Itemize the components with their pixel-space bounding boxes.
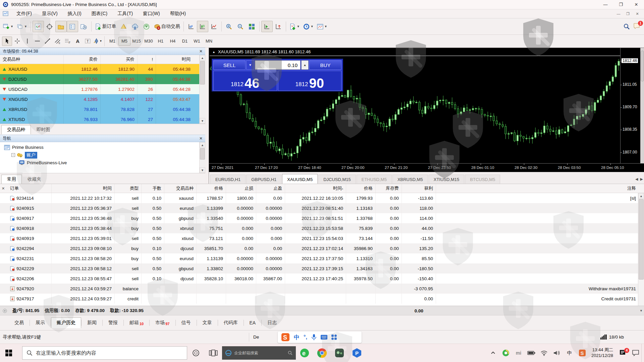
history-center-button[interactable] xyxy=(55,21,67,32)
tab-交易品种[interactable]: 交易品种 xyxy=(1,125,31,134)
scroll-down-icon[interactable]: ▼ xyxy=(640,309,643,312)
microphone[interactable] xyxy=(311,334,317,341)
templates-button[interactable]: ▼ xyxy=(315,21,329,32)
chart-collapse-icon[interactable]: ▲ xyxy=(212,50,215,54)
chrome-button[interactable] xyxy=(313,344,331,362)
volume-dropdown-icon[interactable]: ▼ xyxy=(246,60,254,70)
tile-windows-button[interactable] xyxy=(246,21,258,32)
menu-item[interactable]: 显示(V) xyxy=(37,9,63,18)
tree-expander-icon[interactable]: − xyxy=(11,153,15,157)
data-window-button[interactable] xyxy=(44,21,55,32)
menu-item[interactable]: 窗口(W) xyxy=(138,9,165,18)
market-watch-row[interactable]: XBRUSD78.80178.8282705:44:38 xyxy=(0,104,199,114)
scroll-up-icon[interactable]: ▲ xyxy=(200,55,205,61)
navigator-item-Prime Business[interactable]: Prime Business xyxy=(0,143,199,151)
pyramid-button[interactable] xyxy=(118,21,129,32)
chart-tab-XTIUSD,M15[interactable]: XTIUSD,M15 xyxy=(429,175,465,184)
browser-360-button[interactable]: e xyxy=(296,344,313,362)
trading-app-button[interactable]: P xyxy=(348,344,366,362)
strategy-tester-button[interactable] xyxy=(78,21,90,32)
horizontal-line-tool[interactable] xyxy=(32,37,42,46)
order-row-9242231[interactable]: 92422312021.12.23 08:58:20buy0.50eurusd1… xyxy=(0,253,644,263)
chart-tab-ETHUSD,M5[interactable]: ETHUSD,M5 xyxy=(357,175,392,184)
child-minimize-button[interactable]: — xyxy=(614,10,623,17)
sell-price-tile[interactable]: 1812 46 xyxy=(213,71,277,91)
navigator-close-icon[interactable]: ✕ xyxy=(199,136,203,141)
tab-收藏夹[interactable]: 收藏夹 xyxy=(22,175,47,184)
scrollbar-thumb[interactable] xyxy=(200,148,205,160)
input-zh-icon[interactable]: 中 xyxy=(564,344,575,362)
terminal-tab-邮箱[interactable]: 邮箱10 xyxy=(124,317,149,328)
keyboard[interactable] xyxy=(321,335,327,340)
navigator-item-账户[interactable]: −$账户 xyxy=(0,151,199,159)
equidistant-channel-tool[interactable]: E xyxy=(52,37,62,46)
input-mode[interactable]: 中 xyxy=(294,334,300,341)
text-tool[interactable]: A xyxy=(72,37,83,46)
terminal-tab-日志[interactable]: 日志 xyxy=(262,317,282,328)
scroll-up-icon[interactable]: ▲ xyxy=(638,193,644,199)
sogou-input-bar[interactable]: S中°, xyxy=(278,331,362,343)
dropdown-arrow-icon[interactable]: ▼ xyxy=(297,25,300,28)
order-row-9242294[interactable]: 92422942021.12.23 09:08:10buy0.10djcusd3… xyxy=(0,243,644,253)
search-icon[interactable] xyxy=(623,23,630,30)
market-watch-close-icon[interactable]: ✕ xyxy=(199,49,203,54)
orders-scrollbar[interactable]: ▲ xyxy=(638,193,644,306)
sogou-icon[interactable]: S xyxy=(577,344,588,362)
minimize-button[interactable]: — xyxy=(598,0,613,9)
bar-chart-button[interactable] xyxy=(185,21,197,32)
order-row-9247920[interactable]: 92479202021.12.24 03:59:27balance-3 070.… xyxy=(0,284,644,294)
volume-spinner[interactable]: ▲ xyxy=(301,60,309,70)
menu-item[interactable]: 工具(T) xyxy=(112,9,138,18)
order-row-9240918[interactable]: 92409182021.12.23 05:38:44buy0.50xbrusd7… xyxy=(0,223,644,233)
navigator-item-PrimeBusiness-Live[interactable]: PrimeBusiness-Live xyxy=(0,159,199,167)
chart-tab-EURUSD,H1[interactable]: EURUSD,H1 xyxy=(210,175,246,184)
terminal-tab-代码库[interactable]: 代码库 xyxy=(218,317,244,328)
dropdown-arrow-icon[interactable]: ▼ xyxy=(311,25,314,28)
timeframe-W1[interactable]: W1 xyxy=(191,37,203,46)
taskbar-clock[interactable]: 13:44 周二 2021/12/28 xyxy=(588,347,616,359)
buy-price-tile[interactable]: 1812 90 xyxy=(278,71,342,91)
market-watch-row[interactable]: DJCUSD36277.5036281.4039005:44:38 xyxy=(0,74,199,84)
timeframe-M5[interactable]: M5 xyxy=(118,37,130,46)
order-row-9240919[interactable]: 92409192021.12.23 05:39:01sell0.50xtiusd… xyxy=(0,233,644,243)
chevron-up-icon[interactable] xyxy=(487,344,499,362)
dropdown-arrow-icon[interactable]: ▼ xyxy=(10,25,13,28)
xiaomi-icon[interactable]: mi xyxy=(513,344,524,362)
new-chart-button[interactable]: ▼ xyxy=(1,21,15,32)
restore-button[interactable]: ❐ xyxy=(613,0,629,9)
order-row-9247917[interactable]: 92479172021.12.24 03:59:27credit0.00Cred… xyxy=(0,294,644,304)
safety-360-icon[interactable] xyxy=(500,344,512,362)
timeframe-H1[interactable]: H1 xyxy=(155,37,167,46)
terminal-tab-文章[interactable]: 文章 xyxy=(197,317,218,328)
new-order-button[interactable]: 新订单 xyxy=(93,21,118,32)
order-row-9242206[interactable]: 92422062021.12.23 08:55:47sell0.10djcusd… xyxy=(0,274,644,284)
terminal-tab-展示[interactable]: 展示 xyxy=(30,317,51,328)
menu-item[interactable]: 图表(C) xyxy=(87,9,112,18)
start-button[interactable] xyxy=(0,344,17,362)
child-restore-button[interactable]: ❐ xyxy=(623,10,633,17)
menu-item[interactable]: 帮助(H) xyxy=(165,9,191,18)
contact-bubble-icon[interactable] xyxy=(630,344,641,362)
candle-chart-button[interactable] xyxy=(197,21,208,32)
indicators-button[interactable]: ▼ xyxy=(288,21,302,32)
dropdown-arrow-icon[interactable]: ▼ xyxy=(324,25,327,28)
child-close-button[interactable]: ✕ xyxy=(633,10,642,17)
chat-button[interactable]: 1 xyxy=(633,23,641,31)
buy-button[interactable]: BUY xyxy=(309,60,341,70)
tab-常用[interactable]: 常用 xyxy=(1,175,22,184)
signals-button[interactable] xyxy=(141,21,152,32)
tabs-scroll-left-icon[interactable]: ◀ xyxy=(635,177,638,181)
order-row-9234114[interactable]: 92341142021.12.22 10:17:32sell0.10xauusd… xyxy=(0,193,644,203)
order-row-9240915[interactable]: 92409152021.12.23 05:36:37sell0.50eurusd… xyxy=(0,203,644,213)
timeframe-M30[interactable]: M30 xyxy=(143,37,155,46)
trend-line-tool[interactable] xyxy=(42,37,52,46)
sell-button[interactable]: SELL xyxy=(213,60,246,70)
zoom-out-button[interactable] xyxy=(235,21,246,32)
terminal-tab-交易[interactable]: 交易 xyxy=(9,317,30,328)
terminal-tab-EA[interactable]: EA xyxy=(244,318,262,328)
volume-icon[interactable] xyxy=(551,344,562,362)
terminal-tab-市场[interactable]: 市场97 xyxy=(150,317,175,328)
scrollbar-thumb[interactable] xyxy=(639,199,644,280)
volume-input[interactable]: 0.10 xyxy=(255,60,301,70)
scroll-down-icon[interactable]: ▼ xyxy=(200,167,205,173)
